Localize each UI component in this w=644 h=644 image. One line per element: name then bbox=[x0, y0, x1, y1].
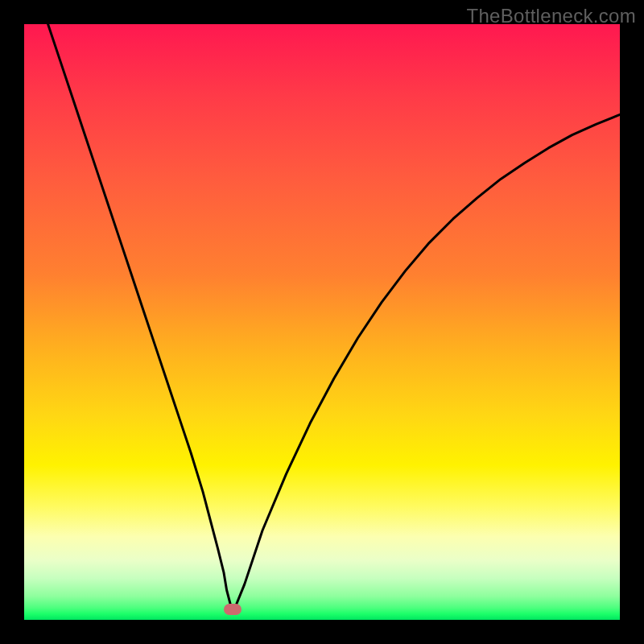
chart-curve-svg bbox=[24, 24, 620, 620]
chart-plot-area bbox=[24, 24, 620, 620]
watermark-text: TheBottleneck.com bbox=[466, 5, 636, 27]
chart-minimum-marker bbox=[224, 604, 242, 615]
chart-curve bbox=[48, 24, 620, 606]
